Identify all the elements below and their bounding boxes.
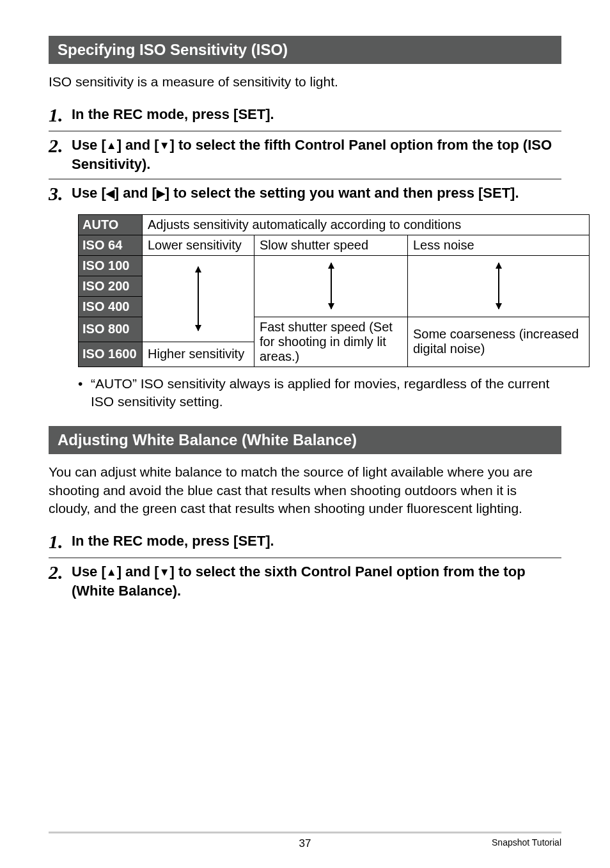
iso-row-label: ISO 200 [79,276,143,296]
iso-step-3: 3. Use [◀] and [▶] to select the setting… [49,180,561,209]
double-arrow-icon [498,263,499,309]
step-number: 3. [49,184,72,204]
step-number: 2. [49,562,72,583]
down-triangle-icon: ▼ [159,139,170,154]
shutter-slow: Slow shutter speed [254,235,408,255]
iso-row-label: ISO 64 [79,235,143,255]
iso-note: • “AUTO” ISO sensitivity always is appli… [78,375,561,411]
footer-divider [49,832,561,833]
down-triangle-icon: ▼ [159,565,170,580]
table-row: ISO 100 [79,255,590,276]
wb-intro: You can adjust white balance to match th… [49,463,561,517]
shutter-fast: Fast shutter speed (Set for shooting in … [254,317,408,367]
section-title-iso: Specifying ISO Sensitivity (ISO) [49,36,561,64]
section-title-wb: Adjusting White Balance (White Balance) [49,426,561,454]
up-triangle-icon: ▲ [106,139,117,154]
page-footer: 37 Snapshot Tutorial [0,832,610,850]
iso-row-label: ISO 400 [79,296,143,317]
noise-more: Some coarseness (increased digital noise… [408,317,590,367]
step-text: Use [▲] and [▼] to select the sixth Cont… [72,562,561,600]
double-arrow-icon [331,263,332,309]
noise-less: Less noise [408,235,590,255]
iso-row-label: ISO 100 [79,255,143,276]
iso-intro: ISO sensitivity is a measure of sensitiv… [49,73,561,91]
double-arrow-icon [198,267,199,331]
right-triangle-icon: ▶ [157,187,165,201]
step-text: In the REC mode, press [SET]. [72,105,274,124]
iso-step-1: 1. In the REC mode, press [SET]. [49,101,561,130]
table-row: ISO 64 Lower sensitivity Slow shutter sp… [79,235,590,255]
sensitivity-low: Lower sensitivity [143,235,254,255]
iso-row-label: ISO 800 [79,317,143,342]
iso-table: AUTO Adjusts sensitivity automatically a… [78,214,590,367]
step-text: Use [▲] and [▼] to select the fifth Cont… [72,136,561,173]
noise-arrow-cell [408,255,590,317]
step-text: Use [◀] and [▶] to select the setting yo… [72,184,519,203]
step-text: In the REC mode, press [SET]. [72,532,274,551]
wb-step-2: 2. Use [▲] and [▼] to select the sixth C… [49,558,561,605]
iso-note-text: “AUTO” ISO sensitivity always is applied… [91,375,561,411]
iso-row-label: ISO 1600 [79,342,143,367]
step-number: 1. [49,532,72,552]
wb-step-1: 1. In the REC mode, press [SET]. [49,528,561,557]
iso-auto-label: AUTO [79,214,143,235]
bullet-icon: • [78,375,91,411]
shutter-arrow-cell [254,255,408,317]
iso-auto-desc: Adjusts sensitivity automatically accord… [143,214,590,235]
step-number: 1. [49,105,72,125]
sensitivity-arrow-cell [143,255,254,342]
iso-step-2: 2. Use [▲] and [▼] to select the fifth C… [49,132,561,178]
sensitivity-high: Higher sensitivity [143,342,254,367]
page-number: 37 [299,837,311,850]
table-row: AUTO Adjusts sensitivity automatically a… [79,214,590,235]
footer-section-name: Snapshot Tutorial [492,837,561,848]
left-triangle-icon: ◀ [106,187,114,201]
up-triangle-icon: ▲ [106,565,117,580]
step-number: 2. [49,136,72,156]
